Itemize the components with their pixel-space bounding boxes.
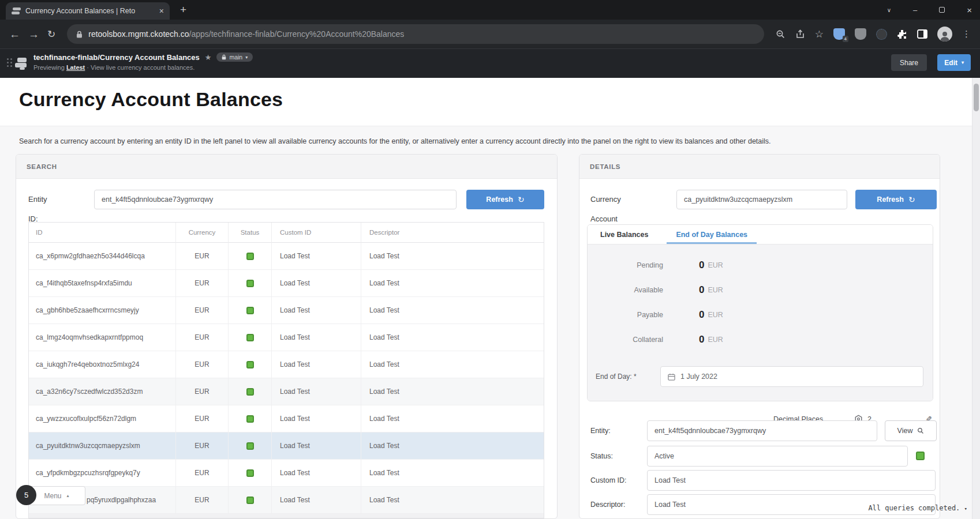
back-icon[interactable]: ← [9, 29, 20, 40]
cell-descriptor[interactable]: Load Test [361, 243, 544, 269]
search-zoom-icon[interactable] [776, 29, 786, 39]
menu-button[interactable]: Menu ▴ [28, 486, 85, 505]
table-row[interactable]: ca_x6pmw2gfdhaezh5o344d46lcqa EUR Load T… [29, 243, 544, 270]
col-descriptor[interactable]: Descriptor [361, 223, 544, 243]
reload-icon[interactable]: ↻ [47, 29, 55, 39]
cell-currency[interactable]: EUR [175, 432, 228, 459]
cell-status[interactable] [228, 378, 271, 405]
tab-close-icon[interactable]: × [159, 6, 164, 16]
retool-logo-icon[interactable] [15, 57, 29, 70]
url-bar[interactable]: retoolsbox.mgmt.ckotech.co/apps/techfina… [67, 24, 764, 44]
cell-currency[interactable]: EUR [175, 405, 228, 432]
cell-status[interactable] [228, 487, 271, 513]
cell-account-id[interactable]: ca_f4ithqb5taxefnsp4rxfa5imdu [29, 270, 175, 296]
cell-custom-id[interactable]: Load Test [271, 243, 361, 269]
queries-status-toast[interactable]: All queries completed. ▾ [868, 504, 967, 512]
cell-status[interactable] [228, 270, 271, 296]
table-row[interactable]: ca_a32n6cy7sczedfwlczd352d3zm EUR Load T… [29, 378, 544, 405]
details-refresh-button[interactable]: Refresh ↻ [855, 190, 937, 209]
cell-account-id[interactable]: ca_a32n6cy7sczedfwlczd352d3zm [29, 378, 175, 405]
col-id[interactable]: ID [29, 223, 175, 243]
new-tab-button[interactable]: + [180, 3, 186, 16]
extension-shield-blue-icon[interactable]: 4 [833, 28, 845, 40]
browser-menu-icon[interactable]: ⋮ [962, 29, 971, 39]
cell-status[interactable] [228, 460, 271, 486]
cell-status[interactable] [228, 405, 271, 432]
cell-descriptor[interactable]: Load Test [361, 351, 544, 378]
cell-account-id[interactable]: ca_lmgz4oqmvhsedkapxrntfppmoq [29, 324, 175, 351]
cell-custom-id[interactable]: Load Test [271, 270, 361, 296]
window-restore-icon[interactable] [939, 7, 945, 13]
cell-custom-id[interactable]: Load Test [271, 378, 361, 405]
status-field-value[interactable]: Active [647, 446, 908, 467]
window-chevron-icon[interactable]: ∨ [887, 7, 891, 13]
cell-status[interactable] [228, 243, 271, 269]
cell-currency[interactable]: EUR [175, 243, 228, 269]
cell-descriptor[interactable]: Load Test [361, 297, 544, 324]
cell-account-id[interactable]: ca_gbh6hbe5zaaefhcxrrncsmeyjy [29, 297, 175, 324]
table-row[interactable]: ca_yfpdkmbgzpcuzhsrqfgpeykq7y EUR Load T… [29, 460, 544, 487]
share-button[interactable]: Share [891, 54, 927, 71]
cell-custom-id[interactable]: Load Test [271, 460, 361, 486]
window-close-icon[interactable]: × [967, 5, 972, 15]
cell-status[interactable] [228, 324, 271, 351]
view-entity-button[interactable]: View [885, 420, 937, 441]
cell-descriptor[interactable]: Load Test [361, 487, 544, 513]
cell-descriptor[interactable]: Load Test [361, 378, 544, 405]
col-custom-id[interactable]: Custom ID [271, 223, 361, 243]
cell-status[interactable] [228, 297, 271, 324]
scrollbar-thumb[interactable] [974, 84, 979, 111]
cell-currency[interactable]: EUR [175, 270, 228, 296]
cell-status[interactable] [228, 351, 271, 378]
cell-currency[interactable]: EUR [175, 351, 228, 378]
cell-currency[interactable]: EUR [175, 324, 228, 351]
extensions-puzzle-icon[interactable] [897, 29, 907, 39]
cell-descriptor[interactable]: Load Test [361, 460, 544, 486]
edit-button[interactable]: Edit ▾ [937, 54, 971, 71]
tab-live-balances[interactable]: Live Balances [600, 231, 648, 239]
browser-tab[interactable]: Currency Account Balances | Reto × [6, 2, 170, 20]
cell-custom-id[interactable]: Load Test [271, 324, 361, 351]
table-row[interactable]: ca_f4ithqb5taxefnsp4rxfa5imdu EUR Load T… [29, 270, 544, 297]
drag-handle-icon[interactable] [7, 58, 12, 67]
cell-currency[interactable]: EUR [175, 487, 228, 513]
cell-status[interactable] [228, 432, 271, 459]
profile-avatar[interactable] [937, 27, 952, 42]
page-scrollbar[interactable] [972, 78, 980, 519]
tab-end-of-day-balances[interactable]: End of Day Balances [676, 231, 747, 239]
table-row[interactable]: pq5yruxdlpgalhphxzaa EUR Load Test Load … [29, 487, 544, 514]
table-row[interactable]: ca_lmgz4oqmvhsedkapxrntfppmoq EUR Load T… [29, 324, 544, 351]
cell-currency[interactable]: EUR [175, 378, 228, 405]
col-status[interactable]: Status [228, 223, 271, 243]
custom-id-field-value[interactable]: Load Test [647, 470, 936, 491]
cell-account-id[interactable]: ca_pyuitdktnw3uzcqcmaepyzslxm [29, 432, 175, 459]
cell-descriptor[interactable]: Load Test [361, 432, 544, 459]
branch-selector[interactable]: main ▾ [216, 52, 253, 62]
menu-count-badge[interactable]: 5 [16, 485, 36, 505]
forward-icon[interactable]: → [28, 29, 39, 40]
cell-custom-id[interactable]: Load Test [271, 432, 361, 459]
account-id-input[interactable]: ca_pyuitdktnw3uzcqcmaepyzslxm [676, 190, 847, 209]
window-minimize-icon[interactable]: – [913, 6, 917, 14]
cell-currency[interactable]: EUR [175, 297, 228, 324]
cell-account-id[interactable]: ca_yfpdkmbgzpcuzhsrqfgpeykq7y [29, 460, 175, 486]
cell-currency[interactable]: EUR [175, 460, 228, 486]
search-refresh-button[interactable]: Refresh ↻ [466, 190, 544, 209]
cell-custom-id[interactable]: Load Test [271, 351, 361, 378]
side-panel-icon[interactable] [917, 29, 927, 39]
bookmark-star-icon[interactable]: ☆ [815, 28, 824, 40]
extension-shield-gray-icon[interactable] [855, 28, 866, 40]
cell-descriptor[interactable]: Load Test [361, 405, 544, 432]
favorite-star-icon[interactable]: ★ [205, 53, 212, 62]
table-row[interactable]: ca_ywzzxucoflxulpcf56zn72dlgm EUR Load T… [29, 405, 544, 432]
entity-id-input[interactable]: ent_k4ft5qdnnloubcae73ygmxrqwy [94, 190, 457, 209]
table-row[interactable]: ca_iukqgh7re4qeboxtnoz5mlxg24 EUR Load T… [29, 351, 544, 378]
table-row[interactable]: ca_gbh6hbe5zaaefhcxrrncsmeyjy EUR Load T… [29, 297, 544, 324]
cell-custom-id[interactable]: Load Test [271, 487, 361, 513]
cell-descriptor[interactable]: Load Test [361, 270, 544, 296]
share-icon[interactable] [795, 29, 805, 39]
entity-field-value[interactable]: ent_k4ft5qdnnloubcae73ygmxrqwy [647, 420, 877, 441]
cell-account-id[interactable]: ca_iukqgh7re4qeboxtnoz5mlxg24 [29, 351, 175, 378]
table-row[interactable]: ca_pyuitdktnw3uzcqcmaepyzslxm EUR Load T… [29, 432, 544, 460]
cell-custom-id[interactable]: Load Test [271, 405, 361, 432]
